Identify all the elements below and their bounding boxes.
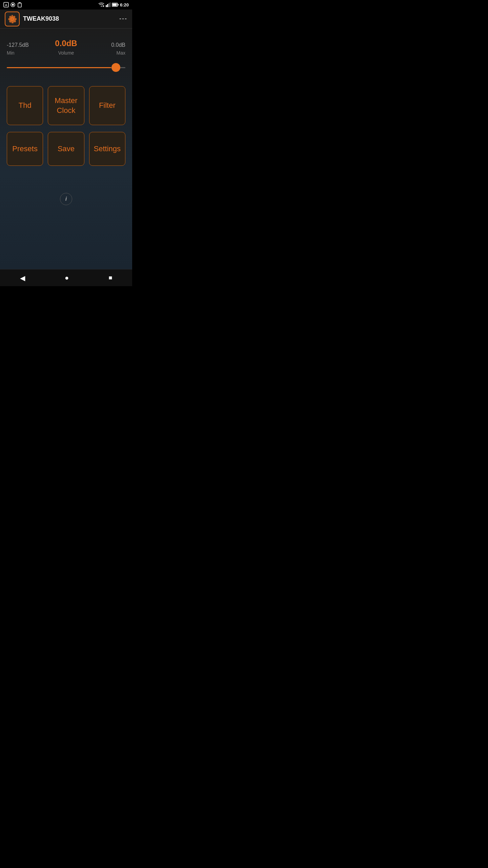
svg-rect-12 <box>110 2 110 7</box>
status-bar: A 6:20 <box>0 0 132 9</box>
volume-max-value: 0.0dB <box>86 42 125 48</box>
slider-track <box>7 67 125 68</box>
wifi-icon <box>98 2 104 7</box>
volume-min-label: Min <box>7 50 46 56</box>
svg-rect-15 <box>112 4 117 6</box>
button-grid-row1: Thd Master Clock Filter <box>7 86 125 125</box>
app-icon <box>5 12 20 26</box>
volume-max-label: Max <box>86 50 125 56</box>
main-content: -127.5dB 0.0dB 0.0dB Min Volume Max Thd … <box>0 28 132 269</box>
back-icon: ◀ <box>20 274 25 282</box>
volume-min-value: -127.5dB <box>7 42 46 48</box>
clock-time: 6:20 <box>120 2 129 7</box>
slider-thumb[interactable] <box>111 63 120 72</box>
svg-rect-14 <box>118 4 119 5</box>
svg-rect-10 <box>107 4 108 7</box>
settings-button[interactable]: Settings <box>89 132 125 166</box>
header-left: TWEAK9038 <box>5 12 59 26</box>
slider-fill <box>7 67 111 68</box>
presets-button[interactable]: Presets <box>7 132 43 166</box>
svg-text:A: A <box>5 3 7 7</box>
battery-icon <box>112 3 119 7</box>
bottom-info-area: i <box>7 186 125 212</box>
header-menu-button[interactable]: --- <box>119 15 127 22</box>
svg-point-6 <box>101 6 102 7</box>
svg-rect-9 <box>106 5 107 7</box>
home-button[interactable]: ● <box>58 271 76 284</box>
circle-icon <box>10 2 16 7</box>
gear-icon <box>7 14 17 24</box>
status-left-icons: A <box>3 2 22 7</box>
recent-icon: ■ <box>108 274 112 281</box>
volume-current-value: 0.0dB <box>46 39 86 48</box>
home-icon: ● <box>65 274 69 282</box>
volume-section: -127.5dB 0.0dB 0.0dB Min Volume Max <box>7 39 125 73</box>
svg-rect-5 <box>19 2 21 3</box>
filter-button[interactable]: Filter <box>89 86 125 125</box>
svg-rect-4 <box>18 3 21 7</box>
clipboard-icon <box>17 2 22 7</box>
back-button[interactable]: ◀ <box>13 271 32 285</box>
volume-label: Volume <box>46 50 86 56</box>
button-grid-row2: Presets Save Settings <box>7 132 125 166</box>
a-icon: A <box>3 2 9 7</box>
volume-labels-row: -127.5dB 0.0dB 0.0dB <box>7 39 125 48</box>
save-button[interactable]: Save <box>48 132 84 166</box>
signal-icon <box>106 2 110 7</box>
navigation-bar: ◀ ● ■ <box>0 269 132 286</box>
volume-sublabels-row: Min Volume Max <box>7 50 125 56</box>
master-clock-button[interactable]: Master Clock <box>48 86 84 125</box>
svg-rect-11 <box>108 3 109 7</box>
info-button[interactable]: i <box>60 193 72 205</box>
recent-button[interactable]: ■ <box>102 272 119 284</box>
thd-button[interactable]: Thd <box>7 86 43 125</box>
status-right-icons: 6:20 <box>98 2 129 7</box>
volume-slider[interactable] <box>7 62 125 73</box>
app-title: TWEAK9038 <box>23 15 59 22</box>
app-header: TWEAK9038 --- <box>0 9 132 28</box>
svg-point-3 <box>12 4 14 6</box>
